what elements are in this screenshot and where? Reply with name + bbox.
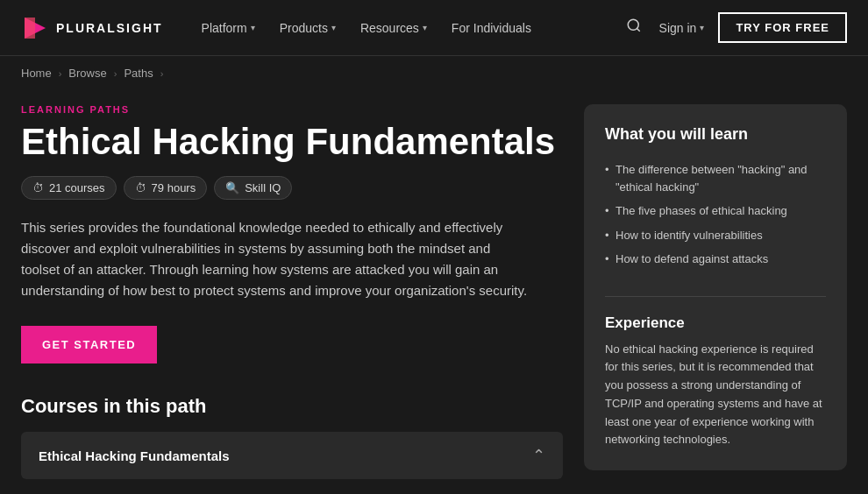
breadcrumb-home[interactable]: Home bbox=[21, 67, 52, 80]
svg-marker-1 bbox=[25, 18, 35, 39]
nav-right: Sign in ▾ TRY FOR FREE bbox=[623, 12, 847, 43]
nav-products[interactable]: Products ▾ bbox=[269, 14, 346, 42]
list-item: How to identify vulnerabilities bbox=[605, 223, 826, 248]
chevron-down-icon: ▾ bbox=[700, 23, 704, 32]
divider bbox=[605, 296, 826, 297]
logo[interactable]: PLURALSIGHT bbox=[21, 14, 163, 42]
try-free-button[interactable]: TRY FOR FREE bbox=[718, 12, 847, 43]
chevron-down-icon: ▾ bbox=[331, 23, 336, 32]
courses-in-path-title: Courses in this path bbox=[21, 395, 563, 418]
nav-for-individuals[interactable]: For Individuals bbox=[441, 14, 542, 42]
nav-platform[interactable]: Platform ▾ bbox=[191, 14, 266, 42]
nav-resources[interactable]: Resources ▾ bbox=[350, 14, 438, 42]
list-item: The five phases of ethical hacking bbox=[605, 199, 826, 223]
main-content: LEARNING PATHS Ethical Hacking Fundament… bbox=[0, 90, 868, 494]
meta-badges: ⏱ 21 courses ⏱ 79 hours 🔍 Skill IQ bbox=[21, 176, 563, 200]
breadcrumb-browse[interactable]: Browse bbox=[68, 67, 106, 80]
experience-title: Experience bbox=[605, 314, 826, 332]
sign-in-button[interactable]: Sign in ▾ bbox=[659, 21, 705, 35]
experience-text: No ethical hacking experience is require… bbox=[605, 341, 826, 450]
skill-iq-icon: 🔍 bbox=[225, 181, 239, 194]
courses-badge: ⏱ 21 courses bbox=[21, 176, 117, 200]
svg-line-3 bbox=[637, 28, 639, 31]
info-card: What you will learn The difference betwe… bbox=[584, 104, 847, 470]
clock-icon: ⏱ bbox=[32, 181, 44, 194]
breadcrumb-paths[interactable]: Paths bbox=[124, 67, 153, 80]
list-item: How to defend against attacks bbox=[605, 247, 826, 272]
nav-links: Platform ▾ Products ▾ Resources ▾ For In… bbox=[191, 14, 623, 42]
course-item[interactable]: Ethical Hacking Fundamentals ⌃ bbox=[21, 432, 563, 479]
svg-point-2 bbox=[628, 19, 638, 30]
course-item-title: Ethical Hacking Fundamentals bbox=[39, 448, 230, 463]
learn-list: The difference between "hacking" and "et… bbox=[605, 158, 826, 272]
chevron-up-icon: ⌃ bbox=[532, 446, 545, 465]
page-title: Ethical Hacking Fundamentals bbox=[21, 122, 563, 162]
learn-title: What you will learn bbox=[605, 125, 826, 144]
navbar: PLURALSIGHT Platform ▾ Products ▾ Resour… bbox=[0, 0, 868, 56]
search-icon[interactable] bbox=[623, 14, 645, 41]
logo-text: PLURALSIGHT bbox=[56, 21, 163, 35]
list-item: The difference between "hacking" and "et… bbox=[605, 158, 826, 199]
breadcrumb: Home › Browse › Paths › bbox=[0, 56, 868, 90]
section-label: LEARNING PATHS bbox=[21, 104, 563, 115]
left-panel: LEARNING PATHS Ethical Hacking Fundament… bbox=[21, 104, 563, 479]
chevron-down-icon: ▾ bbox=[423, 23, 427, 32]
skill-iq-badge[interactable]: 🔍 Skill IQ bbox=[214, 176, 292, 200]
get-started-button[interactable]: GET STARTED bbox=[21, 326, 157, 363]
chevron-down-icon: ▾ bbox=[251, 23, 255, 32]
breadcrumb-sep-2: › bbox=[114, 68, 117, 79]
right-panel: What you will learn The difference betwe… bbox=[584, 104, 847, 470]
description: This series provides the foundational kn… bbox=[21, 217, 530, 301]
hours-badge: ⏱ 79 hours bbox=[124, 176, 208, 200]
clock-icon: ⏱ bbox=[135, 181, 146, 194]
breadcrumb-sep-3: › bbox=[160, 68, 164, 79]
breadcrumb-sep-1: › bbox=[59, 68, 62, 79]
